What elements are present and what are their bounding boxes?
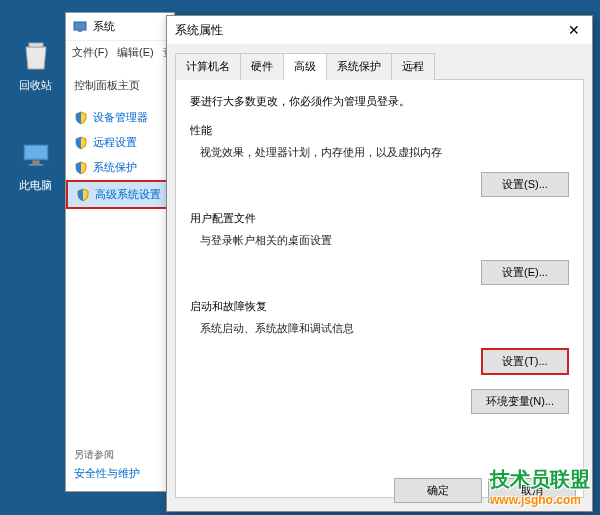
svg-rect-6 <box>78 30 82 32</box>
nav-system-protection[interactable]: 系统保护 <box>66 155 174 180</box>
nav-label: 系统保护 <box>93 160 137 175</box>
shield-icon <box>74 136 88 150</box>
menu-bar[interactable]: 文件(F) 编辑(E) 查 <box>66 41 174 64</box>
svg-rect-0 <box>29 43 43 47</box>
nav-label: 设备管理器 <box>93 110 148 125</box>
admin-note: 要进行大多数更改，你必须作为管理员登录。 <box>190 94 569 109</box>
see-also-heading: 另请参阅 <box>74 448 140 462</box>
tab-advanced[interactable]: 高级 <box>283 53 327 80</box>
tab-computer-name[interactable]: 计算机名 <box>175 53 241 80</box>
control-panel-home[interactable]: 控制面板主页 <box>66 64 174 103</box>
environment-variables-button[interactable]: 环境变量(N)... <box>471 389 569 414</box>
nav-label: 高级系统设置 <box>95 187 161 202</box>
dialog-titlebar: 系统属性 ✕ <box>167 16 592 44</box>
group-title: 启动和故障恢复 <box>190 299 569 314</box>
group-desc: 系统启动、系统故障和调试信息 <box>190 321 569 336</box>
performance-settings-button[interactable]: 设置(S)... <box>481 172 569 197</box>
shield-icon <box>76 188 90 202</box>
desktop: 回收站 此电脑 系统 文件(F) 编辑(E) 查 控制面板主页 设备管理器 远程… <box>0 0 600 515</box>
group-desc: 视觉效果，处理器计划，内存使用，以及虚拟内存 <box>190 145 569 160</box>
menu-file[interactable]: 文件(F) <box>72 46 108 58</box>
group-desc: 与登录帐户相关的桌面设置 <box>190 233 569 248</box>
see-also: 另请参阅 安全性与维护 <box>74 448 140 481</box>
see-also-link[interactable]: 安全性与维护 <box>74 466 140 481</box>
user-profiles-settings-button[interactable]: 设置(E)... <box>481 260 569 285</box>
shield-icon <box>74 161 88 175</box>
recycle-bin-icon[interactable]: 回收站 <box>8 35 63 93</box>
shield-icon <box>74 111 88 125</box>
system-titlebar: 系统 <box>66 13 174 41</box>
nav-label: 远程设置 <box>93 135 137 150</box>
tab-remote[interactable]: 远程 <box>391 53 435 80</box>
svg-rect-4 <box>28 164 42 166</box>
startup-recovery-group: 启动和故障恢复 系统启动、系统故障和调试信息 设置(T)... <box>190 299 569 375</box>
tab-system-protection[interactable]: 系统保护 <box>326 53 392 80</box>
nav-remote-settings[interactable]: 远程设置 <box>66 130 174 155</box>
system-properties-dialog: 系统属性 ✕ 计算机名 硬件 高级 系统保护 远程 要进行大多数更改，你必须作为… <box>166 15 593 512</box>
svg-rect-2 <box>25 146 47 159</box>
svg-rect-3 <box>32 160 39 164</box>
tab-strip: 计算机名 硬件 高级 系统保护 远程 <box>175 52 584 80</box>
system-icon <box>72 19 88 35</box>
tab-content: 要进行大多数更改，你必须作为管理员登录。 性能 视觉效果，处理器计划，内存使用，… <box>175 80 584 498</box>
this-pc-icon[interactable]: 此电脑 <box>8 135 63 193</box>
performance-group: 性能 视觉效果，处理器计划，内存使用，以及虚拟内存 设置(S)... <box>190 123 569 197</box>
group-title: 性能 <box>190 123 569 138</box>
menu-edit[interactable]: 编辑(E) <box>117 46 154 58</box>
dialog-buttons: 确定 取消 <box>394 478 576 503</box>
nav-device-manager[interactable]: 设备管理器 <box>66 105 174 130</box>
system-window: 系统 文件(F) 编辑(E) 查 控制面板主页 设备管理器 远程设置 系统保护 … <box>65 12 175 492</box>
ok-button[interactable]: 确定 <box>394 478 482 503</box>
user-profiles-group: 用户配置文件 与登录帐户相关的桌面设置 设置(E)... <box>190 211 569 285</box>
tab-hardware[interactable]: 硬件 <box>240 53 284 80</box>
nav-advanced-system-settings[interactable]: 高级系统设置 <box>66 180 174 209</box>
close-icon[interactable]: ✕ <box>564 20 584 40</box>
system-title: 系统 <box>93 19 115 34</box>
this-pc-label: 此电脑 <box>8 178 63 193</box>
recycle-bin-label: 回收站 <box>8 78 63 93</box>
dialog-title: 系统属性 <box>175 22 223 39</box>
group-title: 用户配置文件 <box>190 211 569 226</box>
svg-rect-5 <box>74 22 86 30</box>
nav-list: 设备管理器 远程设置 系统保护 高级系统设置 <box>66 103 174 211</box>
cancel-button[interactable]: 取消 <box>488 478 576 503</box>
startup-recovery-settings-button[interactable]: 设置(T)... <box>481 348 569 375</box>
